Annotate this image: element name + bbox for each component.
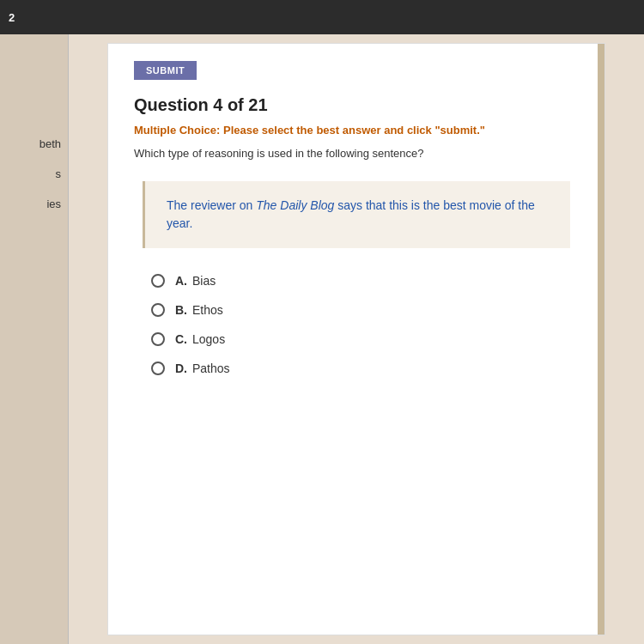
option-c[interactable]: C. Logos	[151, 332, 579, 346]
question-card: SUBMIT Question 4 of 21 Multiple Choice:…	[107, 43, 605, 635]
option-c-text: Logos	[192, 332, 225, 346]
option-a-label: A.	[175, 274, 187, 288]
quote-italic: The Daily Blog	[256, 198, 334, 212]
radio-a[interactable]	[151, 274, 165, 288]
option-b-label: B.	[175, 303, 187, 317]
option-c-label: C.	[175, 332, 187, 346]
option-a[interactable]: A. Bias	[151, 274, 579, 288]
option-a-text: Bias	[192, 274, 216, 288]
radio-c[interactable]	[151, 332, 165, 346]
option-b-text: Ethos	[192, 303, 223, 317]
radio-d[interactable]	[151, 361, 165, 375]
option-d-label: D.	[175, 361, 187, 375]
options-list: A. Bias B. Ethos C. Logos D. Pathos	[151, 274, 579, 375]
option-d[interactable]: D. Pathos	[151, 361, 579, 375]
radio-b[interactable]	[151, 303, 165, 317]
option-d-text: Pathos	[192, 361, 230, 375]
page-number: 2	[9, 11, 15, 24]
main-area: beth s ies SUBMIT Question 4 of 21 Multi…	[0, 34, 644, 644]
sidebar-item-beth: beth	[39, 137, 61, 150]
content-wrapper: SUBMIT Question 4 of 21 Multiple Choice:…	[69, 34, 644, 644]
submit-button[interactable]: SUBMIT	[134, 61, 197, 80]
sidebar: beth s ies	[0, 34, 69, 644]
top-bar: 2	[0, 0, 644, 34]
question-text: Which type of reasoning is used in the f…	[134, 147, 579, 160]
quote-box: The reviewer on The Daily Blog says that…	[143, 181, 570, 248]
option-b[interactable]: B. Ethos	[151, 303, 579, 317]
sidebar-item-ies: ies	[46, 197, 61, 210]
question-title: Question 4 of 21	[134, 95, 579, 115]
sidebar-item-s: s	[56, 167, 62, 180]
question-instruction: Multiple Choice: Please select the best …	[134, 124, 579, 137]
right-border-decoration	[598, 44, 605, 635]
